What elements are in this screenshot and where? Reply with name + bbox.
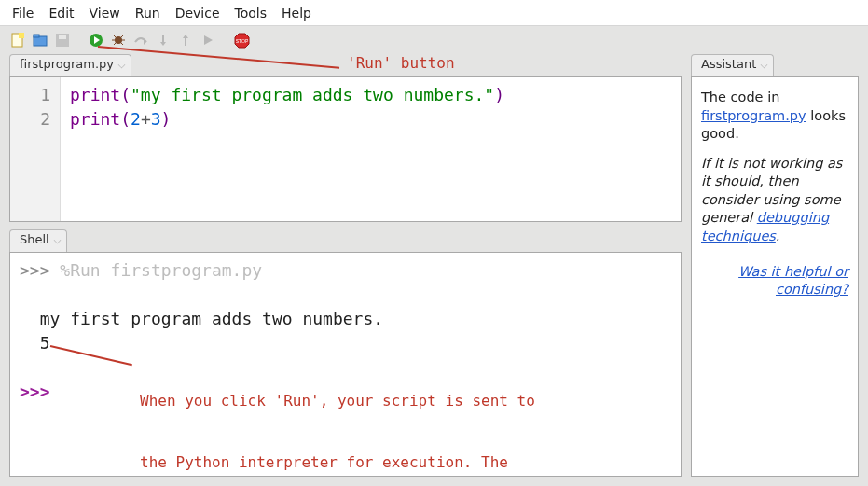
svg-text:STOP: STOP [235, 37, 248, 43]
code-token: print [70, 109, 120, 129]
step-out-icon [177, 32, 194, 49]
menu-tools[interactable]: Tools [228, 3, 274, 23]
code-token: ( [120, 85, 131, 104]
shell-panel: Shell >>> %Run firstprogram.py my first … [9, 229, 682, 477]
save-icon[interactable] [54, 32, 71, 49]
shell-output-line: my first program adds two numbers. [20, 309, 383, 328]
shell-output-line: 5 [20, 333, 50, 353]
code-area[interactable]: print("my first program adds two numbers… [61, 77, 514, 221]
menu-device[interactable]: Device [169, 3, 227, 23]
stop-icon[interactable]: STOP [233, 32, 250, 49]
new-file-icon[interactable] [9, 32, 26, 49]
code-token: ( [120, 109, 131, 129]
editor-tab[interactable]: firstprogram.py [9, 54, 131, 76]
code-token: 3 [151, 109, 161, 129]
resume-icon [200, 32, 216, 49]
assistant-feedback-link[interactable]: Was it helpful or confusing? [701, 263, 848, 299]
step-into-icon [155, 32, 172, 49]
shell-command: %Run firstprogram.py [60, 260, 262, 280]
line-gutter: 1 2 [10, 77, 61, 221]
svg-rect-1 [19, 33, 24, 38]
shell-body[interactable]: >>> %Run firstprogram.py my first progra… [9, 252, 682, 477]
menu-view[interactable]: View [83, 3, 127, 23]
code-token: ) [161, 109, 172, 129]
menu-edit[interactable]: Edit [42, 3, 80, 23]
code-token: "my first program adds two numbers." [131, 85, 494, 104]
menu-file[interactable]: File [6, 3, 40, 23]
code-token: ) [494, 85, 504, 104]
svg-rect-3 [34, 35, 39, 37]
svg-marker-16 [183, 35, 188, 38]
assistant-file-link[interactable]: firstprogram.py [701, 108, 806, 123]
code-token: print [70, 85, 120, 104]
assistant-panel: Assistant The code in firstprogram.py lo… [691, 54, 859, 477]
shell-prompt: >>> [20, 260, 60, 280]
assistant-tab[interactable]: Assistant [691, 54, 774, 76]
debug-icon[interactable] [110, 32, 127, 49]
assistant-text: The code in [701, 90, 779, 104]
menu-help[interactable]: Help [275, 3, 318, 23]
svg-rect-5 [59, 35, 66, 39]
code-token: 2 [131, 109, 141, 129]
open-file-icon[interactable] [32, 32, 48, 49]
shell-tab[interactable]: Shell [9, 229, 67, 252]
line-number: 1 [25, 83, 50, 107]
shell-prompt: >>> [20, 382, 60, 401]
assistant-text: . [776, 229, 780, 243]
editor-panel: firstprogram.py 1 2 print("my first prog… [9, 54, 682, 222]
menu-run[interactable]: Run [129, 3, 167, 23]
assistant-body: The code in firstprogram.py looks good. … [692, 77, 858, 311]
menu-bar: File Edit View Run Device Tools Help [0, 0, 868, 26]
line-number: 2 [25, 107, 50, 132]
editor-body[interactable]: 1 2 print("my first program adds two num… [9, 76, 682, 222]
svg-marker-14 [160, 42, 166, 46]
svg-marker-17 [204, 35, 213, 45]
step-over-icon [132, 32, 149, 49]
code-token: + [141, 109, 151, 129]
